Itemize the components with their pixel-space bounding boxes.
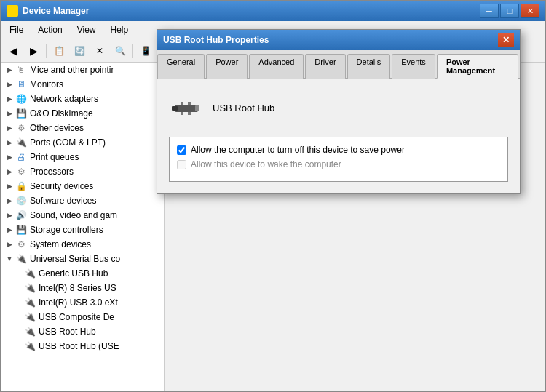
tab-power[interactable]: Power	[206, 54, 248, 79]
svg-rect-0	[175, 105, 198, 112]
scan-button[interactable]: 🔍	[111, 41, 130, 60]
svg-rect-3	[188, 102, 191, 105]
expand-arrow: ▶	[4, 122, 15, 134]
diskimage-icon: 💾	[15, 108, 27, 119]
tab-advanced[interactable]: Advanced	[249, 54, 304, 79]
expand-arrow: ▶	[4, 239, 15, 250]
list-item[interactable]: 🔌 Intel(R) USB 3.0 eXt	[1, 295, 164, 310]
dialog-content: USB Root Hub Allow the computer to turn …	[157, 79, 520, 193]
toolbar-separator-2	[132, 44, 133, 58]
window-title: Device Manager	[23, 6, 89, 16]
dialog-close-button[interactable]: ✕	[498, 33, 514, 47]
allow-wakeup-checkbox[interactable]	[177, 160, 186, 169]
svg-rect-1	[172, 106, 178, 111]
menu-file[interactable]: File	[4, 23, 29, 37]
software-icon: 💿	[15, 195, 27, 207]
list-item[interactable]: ▶ 🖨 Print queues	[1, 150, 164, 164]
print-icon: 🖨	[15, 151, 27, 163]
list-item[interactable]: 🔌 USB Root Hub	[1, 324, 164, 339]
maximize-button[interactable]: □	[500, 4, 519, 18]
usb-child-icon: 🔌	[24, 326, 36, 337]
expand-arrow: ▶	[4, 79, 15, 90]
expand-arrow: ▶	[4, 209, 15, 221]
tree-item-label: Processors	[30, 167, 74, 177]
allow-turnoff-checkbox[interactable]	[177, 145, 186, 155]
list-item[interactable]: ▼ 🔌 Universal Serial Bus co	[1, 252, 164, 266]
tree-item-label: USB Root Hub (USE	[39, 341, 119, 351]
dialog-title-bar: USB Root Hub Properties ✕	[157, 30, 520, 50]
list-item[interactable]: ▶ 🌐 Network adapters	[1, 92, 164, 106]
expand-arrow: ▶	[4, 224, 15, 236]
svg-rect-5	[188, 112, 191, 115]
menu-view[interactable]: View	[71, 23, 102, 37]
menu-help[interactable]: Help	[105, 23, 135, 37]
list-item[interactable]: ▶ ⚙ Processors	[1, 164, 164, 179]
list-item[interactable]: ▶ ⚙ Other devices	[1, 121, 164, 135]
tab-bar: General Power Advanced Driver Details Ev…	[157, 50, 520, 79]
allow-wakeup-label: Allow this device to wake the computer	[191, 159, 341, 169]
expand-arrow: ▶	[4, 151, 15, 163]
processors-icon: ⚙	[15, 166, 27, 177]
list-item[interactable]: 🔌 USB Root Hub (USE	[1, 339, 164, 353]
tree-item-label: Network adapters	[30, 94, 98, 104]
usb-icon: 🔌	[15, 253, 27, 265]
list-item[interactable]: 🔌 Generic USB Hub	[1, 266, 164, 281]
checkbox-row-2: Allow this device to wake the computer	[177, 159, 500, 169]
sound-icon: 🔊	[15, 209, 27, 221]
power-options-box: Allow the computer to turn off this devi…	[169, 137, 508, 182]
tree-item-label: USB Root Hub	[39, 327, 96, 337]
mice-icon: 🖱	[15, 64, 27, 76]
list-item[interactable]: 🔌 USB Composite De	[1, 310, 164, 324]
list-item[interactable]: ▶ 🔒 Security devices	[1, 179, 164, 193]
list-item[interactable]: 🔌 Intel(R) 8 Series US	[1, 281, 164, 295]
list-item[interactable]: ▶ 🔊 Sound, video and gam	[1, 208, 164, 223]
title-bar: Device Manager ─ □ ✕	[1, 1, 545, 21]
dialog-title-text: USB Root Hub Properties	[163, 35, 269, 45]
list-item[interactable]: ▶ ⚙ System devices	[1, 237, 164, 252]
tree-item-label: Security devices	[30, 181, 93, 191]
tree-item-label: Software devices	[30, 196, 96, 206]
view-device-button[interactable]: 📱	[136, 41, 155, 60]
update-button[interactable]: 🔄	[70, 41, 89, 60]
network-icon: 🌐	[15, 93, 27, 105]
tree-item-label: O&O DiskImage	[30, 108, 93, 119]
back-button[interactable]: ◀	[4, 41, 23, 60]
list-item[interactable]: ▶ 💾 O&O DiskImage	[1, 106, 164, 121]
tab-general[interactable]: General	[157, 54, 205, 79]
svg-rect-4	[181, 112, 183, 115]
allow-turnoff-label: Allow the computer to turn off this devi…	[191, 145, 405, 155]
usb-child-icon: 🔌	[24, 297, 36, 308]
list-item[interactable]: ▶ 🖱 Mice and other pointir	[1, 63, 164, 77]
svg-rect-6	[195, 105, 199, 111]
tab-driver[interactable]: Driver	[305, 54, 345, 79]
uninstall-button[interactable]: ✕	[90, 41, 109, 60]
list-item[interactable]: ▶ 🖥 Monitors	[1, 77, 164, 92]
tab-events[interactable]: Events	[392, 54, 435, 79]
forward-button[interactable]: ▶	[24, 41, 43, 60]
menu-action[interactable]: Action	[32, 23, 68, 37]
expand-arrow: ▼	[4, 253, 15, 265]
close-button[interactable]: ✕	[521, 4, 539, 18]
tree-item-label: Ports (COM & LPT)	[30, 137, 106, 148]
usb-child-icon: 🔌	[24, 268, 36, 279]
expand-arrow: ▶	[4, 166, 15, 177]
usb-child-icon: 🔌	[24, 340, 36, 352]
storage-icon: 💾	[15, 224, 27, 236]
tree-item-label: System devices	[30, 239, 91, 249]
expand-arrow: ▶	[4, 64, 15, 76]
app-icon	[7, 5, 18, 17]
device-name: USB Root Hub	[213, 103, 274, 113]
checkbox-row-1: Allow the computer to turn off this devi…	[177, 145, 500, 155]
minimize-button[interactable]: ─	[480, 4, 499, 18]
tab-power-management[interactable]: Power Management	[437, 54, 518, 79]
properties-button[interactable]: 📋	[50, 41, 68, 60]
tree-item-label: Mice and other pointir	[30, 65, 114, 75]
toolbar-separator-1	[46, 44, 47, 58]
usb-child-icon: 🔌	[24, 282, 36, 294]
list-item[interactable]: ▶ 🔌 Ports (COM & LPT)	[1, 135, 164, 150]
list-item[interactable]: ▶ 💾 Storage controllers	[1, 223, 164, 237]
tree-item-label: Storage controllers	[30, 225, 103, 235]
tree-panel[interactable]: ▶ 🖱 Mice and other pointir ▶ 🖥 Monitors …	[1, 63, 165, 391]
tab-details[interactable]: Details	[347, 54, 391, 79]
list-item[interactable]: ▶ 💿 Software devices	[1, 193, 164, 208]
